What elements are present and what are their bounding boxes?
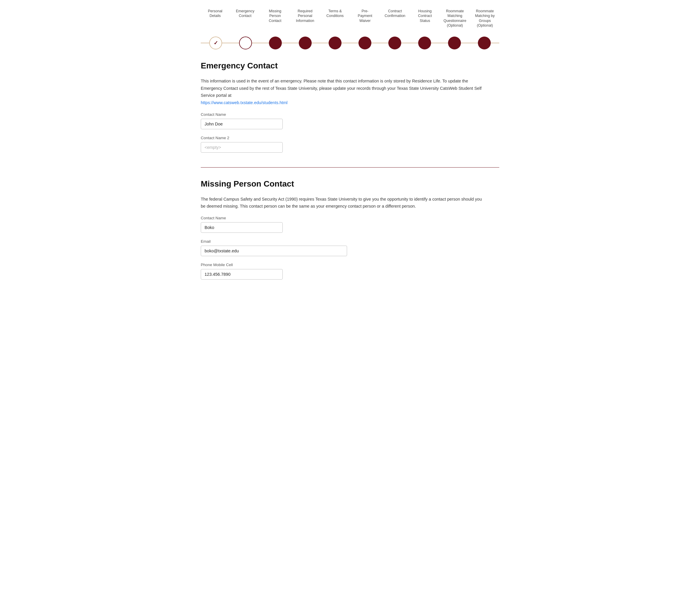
step-personal[interactable]: Personal Details bbox=[201, 9, 229, 28]
step-prepayment[interactable]: Pre-PaymentWaiver bbox=[351, 9, 379, 28]
step-roommate-g[interactable]: RoommateMatching byGroups(Optional) bbox=[471, 9, 499, 28]
mp-phone-label: Phone Mobile Cell bbox=[201, 263, 499, 267]
checkmark-icon: ✓ bbox=[214, 40, 218, 46]
dot-roommate-q[interactable] bbox=[440, 36, 469, 49]
step-housing[interactable]: HousingContractStatus bbox=[410, 9, 439, 28]
emergency-contact-description: This information is used in the event of… bbox=[201, 77, 488, 106]
dot-roommate-g[interactable] bbox=[469, 36, 499, 49]
dot-prepayment[interactable] bbox=[350, 36, 380, 49]
step-required[interactable]: RequiredPersonalInformation bbox=[291, 9, 319, 28]
dot-housing[interactable] bbox=[410, 36, 440, 49]
ec-name-label: Contact Name bbox=[201, 112, 499, 117]
catsweb-link[interactable]: https://www.catsweb.txstate.edu/students… bbox=[201, 100, 288, 105]
step-roommate-q[interactable]: RoommateMatchingQuestionnaire (Optional) bbox=[441, 9, 469, 28]
ec-name2-field: Contact Name 2 bbox=[201, 136, 499, 153]
dot-personal[interactable]: ✓ bbox=[201, 36, 231, 49]
dot-missing[interactable] bbox=[260, 36, 290, 49]
missing-person-description: The federal Campus Safety and Security A… bbox=[201, 196, 488, 210]
mp-name-input[interactable] bbox=[201, 222, 283, 233]
mp-name-label: Contact Name bbox=[201, 216, 499, 220]
mp-email-input[interactable] bbox=[201, 245, 347, 256]
ec-name2-label: Contact Name 2 bbox=[201, 136, 499, 140]
step-emergency[interactable]: EmergencyContact bbox=[231, 9, 259, 28]
step-missing[interactable]: MissingPersonContact bbox=[261, 9, 290, 28]
emergency-contact-section: Emergency Contact This information is us… bbox=[201, 61, 499, 153]
missing-person-title: Missing Person Contact bbox=[201, 179, 499, 189]
ec-name-input[interactable] bbox=[201, 119, 283, 129]
mp-name-field: Contact Name bbox=[201, 216, 499, 233]
step-terms[interactable]: Terms &Conditions bbox=[321, 9, 349, 28]
ec-name2-input[interactable] bbox=[201, 142, 283, 153]
dot-contract[interactable] bbox=[380, 36, 410, 49]
mp-phone-input[interactable] bbox=[201, 269, 283, 280]
step-contract[interactable]: ContractConfirmation bbox=[380, 9, 409, 28]
emergency-contact-title: Emergency Contact bbox=[201, 61, 499, 71]
mp-phone-field: Phone Mobile Cell bbox=[201, 263, 499, 280]
dot-required[interactable] bbox=[290, 36, 320, 49]
mp-email-label: Email bbox=[201, 239, 499, 243]
stepper-nav: Personal Details EmergencyContact Missin… bbox=[201, 9, 499, 28]
dot-emergency[interactable] bbox=[231, 36, 260, 49]
missing-person-section: Missing Person Contact The federal Campu… bbox=[201, 179, 499, 280]
section-divider bbox=[201, 167, 499, 167]
dot-terms[interactable] bbox=[320, 36, 350, 49]
mp-email-field: Email bbox=[201, 239, 499, 256]
ec-name-field: Contact Name bbox=[201, 112, 499, 129]
stepper-dots: ✓ bbox=[201, 36, 499, 49]
